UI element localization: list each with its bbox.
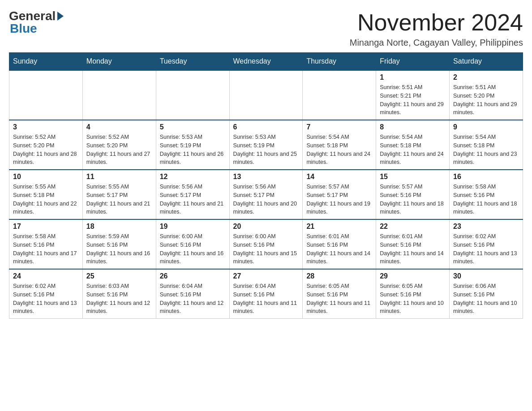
day-info: Sunrise: 5:56 AMSunset: 5:17 PMDaylight:… <box>233 183 299 216</box>
logo-text-blue: Blue <box>10 21 37 36</box>
day-number: 5 <box>160 123 226 131</box>
location-subtitle: Minanga Norte, Cagayan Valley, Philippin… <box>350 38 523 48</box>
day-number: 6 <box>233 123 299 131</box>
page-header: General Blue November 2024 Minanga Norte… <box>9 9 523 48</box>
day-info: Sunrise: 5:58 AMSunset: 5:16 PMDaylight:… <box>13 232 79 266</box>
day-number: 2 <box>453 73 519 81</box>
calendar-day-header: Tuesday <box>156 53 229 71</box>
day-info: Sunrise: 6:00 AMSunset: 5:16 PMDaylight:… <box>160 232 226 266</box>
day-number: 22 <box>380 223 446 231</box>
day-number: 15 <box>380 173 446 181</box>
day-info: Sunrise: 5:51 AMSunset: 5:20 PMDaylight:… <box>453 83 519 117</box>
calendar-day-cell <box>156 70 229 120</box>
calendar-day-cell: 16Sunrise: 5:58 AMSunset: 5:16 PMDayligh… <box>450 170 523 219</box>
logo: General Blue <box>9 9 64 36</box>
calendar-day-header: Thursday <box>303 53 376 71</box>
day-info: Sunrise: 5:58 AMSunset: 5:16 PMDaylight:… <box>453 183 519 216</box>
calendar-day-cell: 14Sunrise: 5:57 AMSunset: 5:17 PMDayligh… <box>303 170 376 219</box>
day-number: 11 <box>86 173 152 181</box>
calendar-week-row: 10Sunrise: 5:55 AMSunset: 5:18 PMDayligh… <box>9 170 523 219</box>
calendar-table: SundayMondayTuesdayWednesdayThursdayFrid… <box>9 52 523 319</box>
calendar-week-row: 3Sunrise: 5:52 AMSunset: 5:20 PMDaylight… <box>9 120 523 170</box>
calendar-week-row: 1Sunrise: 5:51 AMSunset: 5:21 PMDaylight… <box>9 70 523 120</box>
day-info: Sunrise: 5:55 AMSunset: 5:17 PMDaylight:… <box>86 183 152 216</box>
day-number: 24 <box>13 272 79 280</box>
calendar-day-cell: 30Sunrise: 6:06 AMSunset: 5:16 PMDayligh… <box>450 269 523 319</box>
day-info: Sunrise: 5:53 AMSunset: 5:19 PMDaylight:… <box>233 133 299 167</box>
calendar-day-cell: 24Sunrise: 6:02 AMSunset: 5:16 PMDayligh… <box>9 269 83 319</box>
day-info: Sunrise: 5:54 AMSunset: 5:18 PMDaylight:… <box>453 133 519 167</box>
calendar-day-header: Saturday <box>450 53 523 71</box>
title-section: November 2024 Minanga Norte, Cagayan Val… <box>350 9 523 48</box>
calendar-day-cell: 12Sunrise: 5:56 AMSunset: 5:17 PMDayligh… <box>156 170 229 219</box>
calendar-day-header: Monday <box>82 53 156 71</box>
day-number: 9 <box>453 123 519 131</box>
day-number: 25 <box>86 272 152 280</box>
calendar-week-row: 24Sunrise: 6:02 AMSunset: 5:16 PMDayligh… <box>9 269 523 319</box>
calendar-day-header: Sunday <box>9 53 83 71</box>
day-number: 18 <box>86 223 152 231</box>
day-number: 7 <box>306 123 372 131</box>
day-number: 23 <box>453 223 519 231</box>
calendar-day-header: Friday <box>376 53 450 71</box>
day-info: Sunrise: 6:02 AMSunset: 5:16 PMDaylight:… <box>13 282 79 316</box>
day-number: 20 <box>233 223 299 231</box>
calendar-day-cell: 6Sunrise: 5:53 AMSunset: 5:19 PMDaylight… <box>229 120 303 170</box>
day-info: Sunrise: 5:54 AMSunset: 5:18 PMDaylight:… <box>380 133 446 167</box>
calendar-day-header: Wednesday <box>229 53 303 71</box>
day-number: 4 <box>86 123 152 131</box>
day-info: Sunrise: 6:01 AMSunset: 5:16 PMDaylight:… <box>380 232 446 266</box>
day-info: Sunrise: 5:53 AMSunset: 5:19 PMDaylight:… <box>160 133 226 167</box>
day-number: 8 <box>380 123 446 131</box>
calendar-day-cell: 10Sunrise: 5:55 AMSunset: 5:18 PMDayligh… <box>9 170 83 219</box>
calendar-day-cell: 8Sunrise: 5:54 AMSunset: 5:18 PMDaylight… <box>376 120 450 170</box>
calendar-day-cell: 17Sunrise: 5:58 AMSunset: 5:16 PMDayligh… <box>9 219 83 269</box>
day-info: Sunrise: 5:51 AMSunset: 5:21 PMDaylight:… <box>380 83 446 117</box>
calendar-day-cell: 22Sunrise: 6:01 AMSunset: 5:16 PMDayligh… <box>376 219 450 269</box>
calendar-header-row: SundayMondayTuesdayWednesdayThursdayFrid… <box>9 53 523 71</box>
day-info: Sunrise: 6:03 AMSunset: 5:16 PMDaylight:… <box>86 282 152 316</box>
day-info: Sunrise: 6:05 AMSunset: 5:16 PMDaylight:… <box>306 282 372 316</box>
calendar-day-cell <box>9 70 83 120</box>
calendar-day-cell: 26Sunrise: 6:04 AMSunset: 5:16 PMDayligh… <box>156 269 229 319</box>
calendar-day-cell: 27Sunrise: 6:04 AMSunset: 5:16 PMDayligh… <box>229 269 303 319</box>
day-info: Sunrise: 5:55 AMSunset: 5:18 PMDaylight:… <box>13 183 79 216</box>
calendar-day-cell: 20Sunrise: 6:00 AMSunset: 5:16 PMDayligh… <box>229 219 303 269</box>
calendar-day-cell: 7Sunrise: 5:54 AMSunset: 5:18 PMDaylight… <box>303 120 376 170</box>
day-info: Sunrise: 5:52 AMSunset: 5:20 PMDaylight:… <box>13 133 79 167</box>
day-info: Sunrise: 5:59 AMSunset: 5:16 PMDaylight:… <box>86 232 152 266</box>
day-number: 28 <box>306 272 372 280</box>
day-number: 14 <box>306 173 372 181</box>
calendar-day-cell: 9Sunrise: 5:54 AMSunset: 5:18 PMDaylight… <box>450 120 523 170</box>
calendar-day-cell: 28Sunrise: 6:05 AMSunset: 5:16 PMDayligh… <box>303 269 376 319</box>
day-info: Sunrise: 6:02 AMSunset: 5:16 PMDaylight:… <box>453 232 519 266</box>
day-info: Sunrise: 6:05 AMSunset: 5:16 PMDaylight:… <box>380 282 446 316</box>
day-info: Sunrise: 5:57 AMSunset: 5:16 PMDaylight:… <box>380 183 446 216</box>
day-number: 17 <box>13 223 79 231</box>
calendar-day-cell <box>229 70 303 120</box>
day-info: Sunrise: 6:06 AMSunset: 5:16 PMDaylight:… <box>453 282 519 316</box>
day-info: Sunrise: 6:00 AMSunset: 5:16 PMDaylight:… <box>233 232 299 266</box>
day-number: 1 <box>380 73 446 81</box>
month-title: November 2024 <box>350 9 523 36</box>
calendar-day-cell: 23Sunrise: 6:02 AMSunset: 5:16 PMDayligh… <box>450 219 523 269</box>
day-number: 10 <box>13 173 79 181</box>
calendar-day-cell: 13Sunrise: 5:56 AMSunset: 5:17 PMDayligh… <box>229 170 303 219</box>
day-info: Sunrise: 6:04 AMSunset: 5:16 PMDaylight:… <box>160 282 226 316</box>
day-number: 12 <box>160 173 226 181</box>
calendar-day-cell: 18Sunrise: 5:59 AMSunset: 5:16 PMDayligh… <box>82 219 156 269</box>
calendar-week-row: 17Sunrise: 5:58 AMSunset: 5:16 PMDayligh… <box>9 219 523 269</box>
day-number: 21 <box>306 223 372 231</box>
calendar-day-cell: 21Sunrise: 6:01 AMSunset: 5:16 PMDayligh… <box>303 219 376 269</box>
day-number: 3 <box>13 123 79 131</box>
calendar-day-cell: 5Sunrise: 5:53 AMSunset: 5:19 PMDaylight… <box>156 120 229 170</box>
day-number: 30 <box>453 272 519 280</box>
calendar-day-cell <box>82 70 156 120</box>
calendar-day-cell <box>303 70 376 120</box>
day-info: Sunrise: 6:04 AMSunset: 5:16 PMDaylight:… <box>233 282 299 316</box>
day-info: Sunrise: 5:52 AMSunset: 5:20 PMDaylight:… <box>86 133 152 167</box>
calendar-day-cell: 25Sunrise: 6:03 AMSunset: 5:16 PMDayligh… <box>82 269 156 319</box>
calendar-day-cell: 19Sunrise: 6:00 AMSunset: 5:16 PMDayligh… <box>156 219 229 269</box>
day-number: 19 <box>160 223 226 231</box>
day-number: 29 <box>380 272 446 280</box>
